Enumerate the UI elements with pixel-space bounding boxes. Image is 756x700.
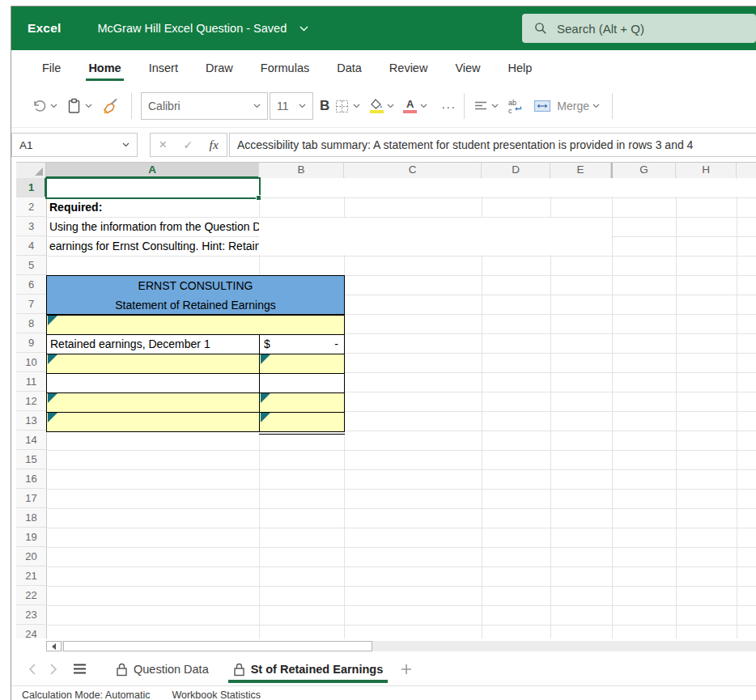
undo-button[interactable] — [32, 99, 57, 113]
row-header-11[interactable]: 11 — [16, 372, 46, 392]
row-header-10[interactable]: 10 — [16, 353, 46, 372]
row-header-3[interactable]: 3 — [16, 217, 46, 236]
menu-item-formulas[interactable]: Formulas — [247, 50, 323, 85]
formula-input[interactable]: Accessibility tab summary: A statement f… — [229, 133, 756, 157]
row-header-8[interactable]: 8 — [16, 314, 46, 333]
document-title[interactable]: McGraw Hill Excel Question - Saved — [98, 22, 287, 35]
tabs-scroll-right-icon[interactable] — [50, 664, 57, 675]
cell-B9-value[interactable]: - — [334, 334, 338, 354]
app-logo[interactable]: Excel — [28, 21, 62, 36]
table-border — [47, 315, 344, 316]
column-header-A[interactable]: A — [46, 163, 259, 178]
format-painter-button[interactable] — [101, 98, 119, 114]
font-color-swatch — [403, 110, 417, 113]
scrollbar-thumb[interactable] — [63, 641, 372, 651]
row-header-24[interactable]: 24 — [16, 625, 46, 638]
column-header-D[interactable]: D — [482, 163, 550, 178]
menu-item-help[interactable]: Help — [495, 50, 546, 85]
gridline — [46, 586, 756, 587]
row-header-5[interactable]: 5 — [16, 256, 46, 275]
chevron-down-icon — [420, 104, 427, 108]
row-header-21[interactable]: 21 — [16, 566, 46, 586]
sheet-grid[interactable]: ABCDEGH Required: Using the information … — [16, 162, 756, 638]
input-cells-row10[interactable] — [47, 354, 344, 373]
menu-item-draw[interactable]: Draw — [192, 50, 247, 85]
insert-function-icon[interactable]: fx — [210, 138, 219, 152]
merge-button[interactable]: Merge — [533, 99, 600, 113]
row-header-14[interactable]: 14 — [16, 431, 46, 450]
row-header-4[interactable]: 4 — [16, 236, 46, 256]
menu-item-insert[interactable]: Insert — [135, 50, 192, 85]
borders-button[interactable] — [334, 99, 360, 114]
fill-color-button[interactable] — [369, 99, 394, 113]
cell-B9-currency[interactable]: $ — [264, 334, 270, 354]
row-header-12[interactable]: 12 — [16, 392, 46, 411]
cell-A9[interactable]: Retained earnings, December 1 — [50, 334, 210, 354]
menu-item-data[interactable]: Data — [323, 50, 376, 85]
column-header-B[interactable]: B — [259, 163, 344, 178]
fill-handle[interactable] — [256, 195, 261, 201]
gridline — [46, 528, 756, 528]
sheet-tab-label: Question Data — [134, 663, 209, 676]
enter-icon[interactable]: ✓ — [184, 138, 193, 151]
row-header-19[interactable]: 19 — [16, 528, 46, 547]
column-header-H[interactable]: H — [676, 163, 737, 178]
ribbon-toolbar: Calibri 11 B A ··· — [11, 85, 756, 128]
gridline — [46, 625, 756, 626]
statement-header[interactable]: ERNST CONSULTING Statement of Retained E… — [47, 276, 344, 315]
row-header-18[interactable]: 18 — [16, 508, 46, 528]
alignment-button[interactable] — [474, 100, 499, 112]
more-options-button[interactable]: ··· — [441, 100, 456, 113]
row-header-1[interactable]: 1 — [16, 178, 46, 197]
column-header-C[interactable]: C — [344, 163, 482, 178]
status-workbook-statistics[interactable]: Workbook Statistics — [172, 689, 261, 700]
font-size-select[interactable]: 11 — [270, 92, 313, 120]
input-cells-row12[interactable] — [47, 392, 344, 412]
row-header-13[interactable]: 13 — [16, 411, 46, 431]
menu-item-file[interactable]: File — [28, 50, 74, 85]
input-cells-row13[interactable] — [47, 412, 344, 431]
row-header-7[interactable]: 7 — [16, 295, 46, 314]
status-calculation-mode[interactable]: Calculation Mode: Automatic — [22, 689, 150, 700]
row-header-6[interactable]: 6 — [16, 275, 46, 295]
wrap-text-button[interactable]: abc — [508, 98, 525, 114]
row-header-9[interactable]: 9 — [16, 333, 46, 353]
row-header-2[interactable]: 2 — [16, 197, 46, 217]
bold-button[interactable]: B — [320, 98, 329, 114]
sheet-tab-question-data[interactable]: Question Data — [111, 652, 214, 685]
menu-item-view[interactable]: View — [441, 50, 494, 85]
search-input[interactable]: Search (Alt + Q) — [522, 14, 756, 43]
font-name-value: Calibri — [148, 100, 181, 112]
font-name-select[interactable]: Calibri — [141, 92, 268, 120]
sheet-tab-st-of-retained-earnings[interactable]: St of Retained Earnings — [228, 652, 389, 685]
menu-item-review[interactable]: Review — [376, 50, 442, 85]
row-header-20[interactable]: 20 — [16, 547, 46, 566]
font-color-button[interactable]: A — [403, 99, 427, 113]
column-header-E[interactable]: E — [550, 163, 611, 178]
column-header-G[interactable]: G — [613, 163, 676, 178]
gridline — [46, 566, 756, 567]
row-header-17[interactable]: 17 — [16, 489, 46, 508]
row-header-15[interactable]: 15 — [16, 450, 46, 469]
cancel-icon[interactable]: × — [159, 137, 167, 153]
input-cell-A8[interactable] — [47, 315, 344, 334]
scroll-left-button[interactable] — [46, 641, 62, 651]
excel-window: Excel McGraw Hill Excel Question - Saved… — [11, 6, 756, 700]
row-header-23[interactable]: 23 — [16, 605, 46, 625]
name-box[interactable]: A1 — [11, 133, 138, 157]
all-sheets-menu-icon[interactable] — [73, 664, 87, 674]
menu-item-home[interactable]: Home — [74, 50, 134, 85]
tabs-scroll-left-icon[interactable] — [28, 664, 36, 675]
chevron-down-icon — [122, 142, 130, 147]
select-all-button[interactable] — [16, 163, 46, 178]
statement-table: ERNST CONSULTING Statement of Retained E… — [46, 275, 345, 432]
chevron-down-icon[interactable] — [299, 26, 308, 32]
add-sheet-button[interactable] — [401, 664, 412, 675]
paste-button[interactable] — [66, 98, 92, 114]
cell-A2[interactable]: Required: — [49, 197, 102, 217]
row-header-16[interactable]: 16 — [16, 469, 46, 489]
chevron-down-icon — [592, 104, 600, 108]
selected-cell-outline — [45, 177, 261, 199]
row-header-22[interactable]: 22 — [16, 586, 46, 605]
column-header-partial[interactable] — [737, 163, 756, 178]
